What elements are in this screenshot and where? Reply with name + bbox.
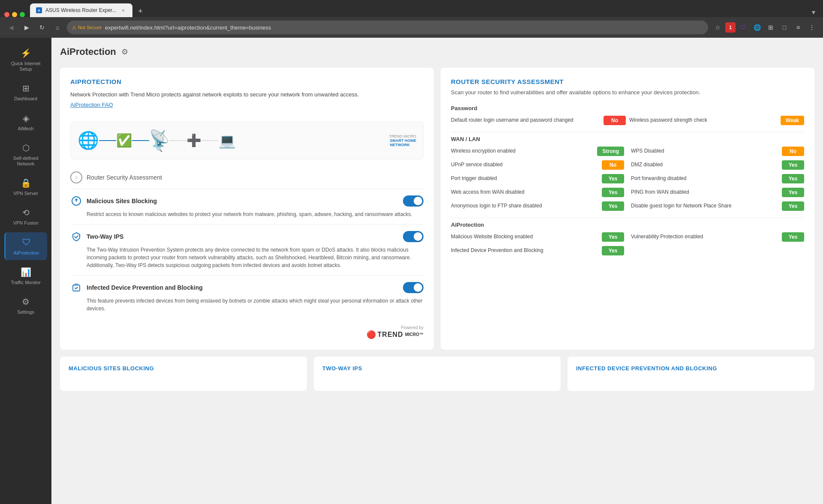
illus-line-2 — [132, 140, 149, 141]
wps-disabled-row: WPS Disabled No — [631, 147, 804, 156]
router-security-assessment-nav[interactable]: ○ Router Security Assessment — [70, 166, 424, 189]
tab-favicon: A — [36, 7, 42, 13]
left-panel-title: AIPROTECTION — [70, 78, 424, 85]
infected-device-header: Infected Device Prevention and Blocking — [70, 282, 424, 294]
traffic-lights — [4, 12, 25, 17]
ping-wan-label: PING from WAN disabled — [631, 189, 778, 196]
web-access-wan-status: Yes — [602, 188, 624, 197]
infected-device-toggle[interactable] — [403, 282, 424, 293]
wps-disabled-label: WPS Disabled — [631, 148, 778, 155]
infected-device-title-area: Infected Device Prevention and Blocking — [70, 282, 203, 294]
self-defined-icon: ⬡ — [20, 142, 32, 154]
address-bar[interactable]: ⚠ Not Secure expertwifi.net/index.html?u… — [67, 21, 708, 34]
sidebar-item-quick-internet[interactable]: ⚡ Quick Internet Setup — [4, 43, 47, 76]
malicious-sites-title-area: Malicious Sites Blocking — [70, 195, 157, 207]
malicious-sites-feature: Malicious Sites Blocking Restrict access… — [70, 189, 424, 224]
vpn-fusion-icon: ⟲ — [20, 207, 32, 219]
malicious-blocking-status: Yes — [602, 232, 624, 242]
close-button[interactable] — [4, 12, 9, 17]
password-section: Password Default router login username a… — [451, 105, 804, 125]
page-title: AiProtection — [60, 46, 116, 57]
ping-wan-row: PING from WAN disabled Yes — [631, 188, 804, 197]
trend-micro-icon: 🔴 — [366, 330, 376, 339]
malicious-sites-icon — [70, 195, 82, 207]
tab-dropdown-button[interactable]: ▾ — [808, 7, 819, 17]
bottom-card-malicious: MALICIOUS SITES BLOCKING — [60, 357, 307, 391]
home-button[interactable]: ⌂ — [51, 21, 63, 33]
feature-illustration: 🌐 ✅ 📡 🔍 ➕ — [70, 122, 424, 159]
bottom-card-infected: INFECTED DEVICE PREVENTION AND BLOCKING — [568, 357, 814, 391]
infected-device-feature: Infected Device Prevention and Blocking … — [70, 275, 424, 318]
right-panel: ROUTER SECURITY ASSESSMENT Scan your rou… — [441, 68, 814, 350]
laptop-icon: 💻 — [219, 132, 236, 149]
default-login-row: Default router login username and passwo… — [451, 116, 626, 125]
extension-3[interactable]: 🌐 — [751, 21, 763, 33]
sidebar-item-aimesh[interactable]: ◈ AiMesh — [4, 108, 47, 136]
sidebar-item-dashboard[interactable]: ⊞ Dashboard — [4, 78, 47, 106]
extension-4[interactable]: ⊞ — [765, 21, 777, 33]
router-icon: 📡 🔍 — [149, 129, 169, 152]
infected-device-icon — [70, 282, 82, 294]
ftp-login-label: Anonymous login to FTP share disabled — [451, 203, 598, 210]
default-login-label: Default router login username and passwo… — [451, 117, 600, 124]
malicious-sites-toggle[interactable] — [403, 195, 424, 207]
illus-line-3 — [169, 140, 186, 141]
two-way-ips-feature: Two-Way IPS The Two-Way Intrusion Preven… — [70, 224, 424, 275]
browser-toolbar: ◀ ▶ ↻ ⌂ ⚠ Not Secure expertwifi.net/inde… — [0, 17, 823, 38]
bottom-card-twoway: TWO-WAY IPS — [314, 357, 561, 391]
reload-button[interactable]: ↻ — [36, 21, 48, 33]
aiprotection-icon: 🛡 — [21, 237, 33, 249]
bottom-section: MALICIOUS SITES BLOCKING TWO-WAY IPS INF… — [60, 357, 814, 391]
maximize-button[interactable] — [20, 12, 25, 17]
extension-2[interactable]: 🛡 — [737, 21, 749, 33]
port-forwarding-row: Port forwarding disabled Yes — [631, 174, 804, 183]
settings-icon: ⚙ — [20, 296, 32, 308]
extension-5[interactable]: □ — [778, 21, 790, 33]
wireless-encryption-row: Wireless encryption enabled Strong — [451, 147, 624, 156]
aiprotection-assessment-section: AiProtection Malicious Website Blocking … — [451, 222, 804, 255]
plus-icon: ➕ — [186, 133, 201, 147]
malicious-sites-title: Malicious Sites Blocking — [87, 198, 157, 204]
vulnerability-protection-row: Vulnerability Protection enabled Yes — [631, 232, 804, 242]
guest-login-status: Yes — [782, 201, 804, 211]
minimize-button[interactable] — [12, 12, 17, 17]
new-tab-button[interactable]: + — [134, 5, 146, 17]
illus-line-1 — [99, 140, 116, 141]
malicious-blocking-row: Malicious Website Blocking enabled Yes — [451, 232, 624, 242]
bookmark-button[interactable]: ☆ — [712, 21, 724, 33]
web-access-wan-row: Web access from WAN disabled Yes — [451, 188, 624, 197]
wireless-password-row: Wireless password strength check Weak — [629, 116, 804, 125]
guest-login-row: Disable guest login for Network Place Sh… — [631, 201, 804, 211]
wan-lan-grid: Wireless encryption enabled Strong WPS D… — [451, 147, 804, 211]
powered-by-section: Powered by 🔴 TREND MICRO™ — [70, 325, 424, 339]
two-way-ips-toggle[interactable] — [403, 231, 424, 242]
two-way-ips-desc: The Two-Way Intrusion Prevention System … — [87, 246, 424, 269]
tab-title: ASUS Wireless Router Exper... — [45, 7, 116, 13]
sidebar-item-vpn-server[interactable]: 🔒 VPN Server — [4, 173, 47, 201]
back-button[interactable]: ◀ — [5, 21, 17, 33]
infected-device-desc: This feature prevents infected devices f… — [87, 297, 424, 312]
aiprotection-assessment-title: AiProtection — [451, 222, 804, 228]
page-settings-button[interactable]: ⚙ — [121, 47, 128, 57]
vulnerability-protection-status: Yes — [782, 232, 804, 242]
sidebar-item-self-defined-network[interactable]: ⬡ Self-defined Network — [4, 138, 47, 171]
trend-micro-sub: MICRO™ — [405, 332, 424, 337]
tab-close-button[interactable]: × — [120, 7, 126, 14]
forward-button[interactable]: ▶ — [21, 21, 33, 33]
more-button[interactable]: ⋮ — [806, 21, 818, 33]
default-login-status: No — [604, 116, 626, 125]
vpn-server-icon: 🔒 — [20, 177, 32, 189]
sidebar-item-vpn-fusion[interactable]: ⟲ VPN Fusion — [4, 202, 47, 230]
extension-6[interactable]: ≡ — [792, 21, 804, 33]
browser-actions: ☆ 1 🛡 🌐 ⊞ □ ≡ ⋮ — [712, 21, 818, 33]
sidebar-item-aiprotection[interactable]: 🛡 AiProtection — [4, 232, 47, 260]
wan-lan-section: WAN / LAN Wireless encryption enabled St… — [451, 136, 804, 211]
sidebar-item-settings[interactable]: ⚙ Settings — [4, 291, 47, 319]
extension-1[interactable]: 1 — [725, 22, 736, 33]
faq-link[interactable]: AiProtection FAQ — [70, 102, 113, 108]
active-tab[interactable]: A ASUS Wireless Router Exper... × — [30, 3, 132, 17]
bottom-card-malicious-title: MALICIOUS SITES BLOCKING — [69, 365, 298, 372]
sidebar-item-traffic-monitor[interactable]: 📊 Traffic Monitor — [4, 262, 47, 290]
app-container: ⚡ Quick Internet Setup ⊞ Dashboard ◈ AiM… — [0, 38, 823, 504]
two-way-ips-header: Two-Way IPS — [70, 231, 424, 243]
